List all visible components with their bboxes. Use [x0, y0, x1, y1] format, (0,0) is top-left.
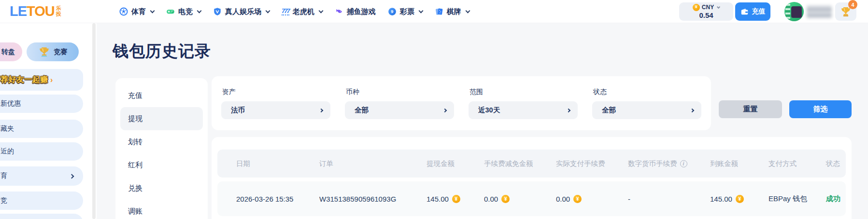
nav-item-fishing[interactable]: 捕鱼游戏 — [335, 7, 376, 16]
chevron-down-icon — [266, 8, 270, 13]
filter-label: 资产 — [221, 88, 330, 96]
sidebar-item-esports[interactable]: 竞 — [0, 192, 83, 210]
nav-item-live-casino[interactable]: 真人娱乐场 — [213, 7, 270, 16]
referral-banner-label: 荐好友一起赚 — [0, 75, 48, 85]
table-row[interactable]: 2026-03-26 15:35 W3151385905961093G 145.… — [217, 181, 846, 216]
nav-item-sports[interactable]: 体育 — [119, 7, 154, 16]
nav-label: 老虎机 — [293, 7, 314, 16]
filter-label: 范围 — [469, 88, 578, 96]
chevron-right-icon — [567, 108, 570, 112]
wallet-menu: 充值 提现 划转 红利 兑换 调账 — [115, 78, 208, 219]
cell-withdraw-amount: 145.00 ¥ — [427, 195, 484, 203]
nav-item-esports[interactable]: 电竞 — [166, 7, 201, 16]
asset-select[interactable]: 法币 — [221, 101, 330, 119]
nav-item-lottery[interactable]: 9 彩票 — [388, 7, 423, 16]
cell-order: W3151385905961093G — [319, 195, 427, 203]
col-header-fee-waived: 手续费减免金额 — [484, 159, 556, 168]
sidebar-item-recent[interactable]: 近的 — [0, 142, 83, 161]
chevron-down-icon — [150, 8, 155, 13]
sidebar-item-wheel[interactable]: 转盘 — [0, 42, 22, 61]
nav-label: 捕鱼游戏 — [347, 7, 376, 16]
sidebar-item-label: 藏夹 — [0, 124, 14, 133]
menu-label: 充值 — [128, 91, 142, 100]
reset-button[interactable]: 重置 — [719, 100, 782, 118]
info-icon[interactable]: i — [680, 160, 687, 167]
page-title: 钱包历史记录 — [113, 41, 211, 62]
amount-value: 0.00 — [484, 195, 498, 203]
wheel-label: 转盘 — [1, 48, 15, 56]
col-header-label: 数字货币手续费 — [628, 159, 677, 168]
sidebar-item-contest[interactable]: 竞赛 — [27, 42, 79, 61]
cards-icon — [435, 7, 443, 16]
coin-icon: ¥ — [693, 4, 700, 11]
nav-item-board-games[interactable]: 棋牌 — [435, 7, 470, 16]
sidebar-item-partial[interactable] — [0, 214, 83, 219]
sidebar-scrollbar[interactable] — [92, 23, 96, 219]
logo-text-le: LE — [10, 3, 27, 19]
logo-cn-bottom: 投 — [56, 12, 61, 17]
history-table: 日期 订单 提现金额 手续费减免金额 实际支付手续费 数字货币手续费 i 到账金… — [212, 137, 852, 219]
menu-item-adjustment[interactable]: 调账 — [120, 200, 203, 219]
cell-method: EBPay 钱包 — [768, 194, 826, 204]
col-header-crypto-fee: 数字货币手续费 i — [628, 159, 710, 168]
sidebar-item-referral[interactable]: 荐好友一起赚 › — [0, 69, 83, 91]
coin-icon: ¥ — [573, 195, 582, 203]
menu-item-transfer[interactable]: 划转 — [120, 130, 203, 153]
col-header-status: 状态 — [826, 159, 846, 168]
col-header-date: 日期 — [236, 159, 319, 168]
amount-value: 145.00 — [427, 195, 449, 203]
chevron-right-icon — [443, 108, 447, 112]
cell-fee-actual: 0.00 ¥ — [556, 195, 628, 203]
trophy-icon — [38, 46, 50, 58]
sidebar-item-label: 竞 — [0, 196, 7, 205]
avatar-art — [785, 4, 790, 19]
filter-group-status: 状态 全部 — [592, 88, 701, 119]
filter-panel: 资产 法币 币种 全部 范围 近30天 — [212, 76, 711, 130]
amount-value: 145.00 — [710, 195, 732, 203]
avatar-art — [791, 6, 802, 18]
currency-select[interactable]: 全部 — [345, 101, 454, 119]
table-header-row: 日期 订单 提现金额 手续费减免金额 实际支付手续费 数字货币手续费 i 到账金… — [217, 150, 846, 178]
range-select[interactable]: 近30天 — [469, 101, 578, 119]
svg-text:9: 9 — [391, 9, 393, 14]
nav-label: 彩票 — [400, 7, 414, 16]
nav-label: 体育 — [131, 7, 146, 16]
sidebar-item-promos[interactable]: 新优惠 — [0, 95, 83, 113]
deposit-button[interactable]: 充值 — [735, 2, 770, 21]
col-header-received: 到账金额 — [710, 159, 768, 168]
balance-selector[interactable]: ¥ CNY 0.54 — [679, 2, 733, 21]
sidebar-item-favorites[interactable]: 藏夹 — [0, 120, 83, 138]
shield-icon — [213, 7, 222, 16]
nav-item-slots[interactable]: 777 老虎机 — [282, 7, 323, 16]
lottery-ball-icon: 9 — [388, 7, 397, 16]
logo-chinese: 乐 投 — [56, 6, 61, 17]
chevron-down-icon — [318, 8, 323, 13]
nav-label: 棋牌 — [447, 7, 461, 16]
menu-label: 提现 — [128, 114, 142, 123]
col-header-withdraw-amount: 提现金额 — [427, 159, 484, 168]
slots-777-icon: 777 — [282, 8, 289, 15]
cell-date: 2026-03-26 15:35 — [236, 195, 319, 203]
menu-label: 红利 — [128, 161, 142, 170]
sidebar-item-sports[interactable]: 育 — [0, 166, 83, 186]
logo-cn-top: 乐 — [56, 6, 61, 12]
avatar[interactable] — [784, 2, 804, 21]
menu-item-exchange[interactable]: 兑换 — [120, 177, 203, 200]
filter-apply-button[interactable]: 筛选 — [789, 100, 852, 118]
chevron-right-icon: › — [50, 76, 53, 84]
main-content: 钱包历史记录 充值 提现 划转 红利 兑换 调账 资产 法币 币种 — [97, 23, 868, 219]
status-select[interactable]: 全部 — [592, 101, 701, 119]
currency-code: CNY — [702, 4, 714, 11]
select-value: 法币 — [231, 106, 245, 115]
chevron-down-icon — [418, 8, 423, 13]
balance-amount: 0.54 — [699, 11, 713, 19]
cell-crypto-fee: - — [628, 195, 710, 203]
letou-logo[interactable]: LETOU 乐 投 — [10, 3, 61, 19]
chevron-down-icon — [717, 5, 720, 9]
col-header-order: 订单 — [319, 159, 427, 168]
wallet-icon — [740, 8, 749, 16]
coin-icon: ¥ — [501, 195, 510, 203]
menu-item-withdraw[interactable]: 提现 — [120, 107, 203, 130]
menu-item-bonus[interactable]: 红利 — [120, 153, 203, 177]
menu-item-deposit[interactable]: 充值 — [120, 84, 203, 107]
